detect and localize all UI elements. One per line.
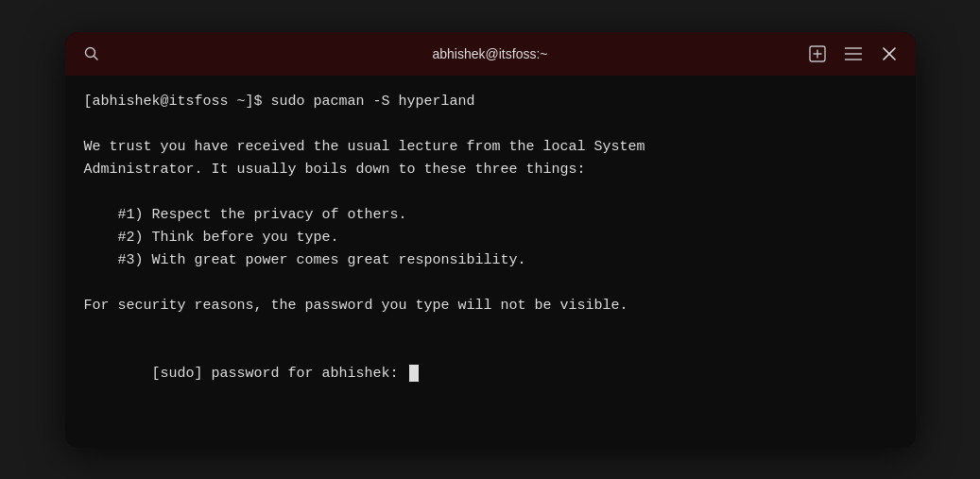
- blank-line-2: [84, 181, 897, 204]
- terminal-line-6: #1) Respect the privacy of others.: [84, 204, 897, 227]
- titlebar-controls: [806, 43, 901, 65]
- titlebar-left: [80, 43, 103, 65]
- terminal-line-1: [abhishek@itsfoss ~]$ sudo pacman -S hyp…: [84, 91, 897, 113]
- close-button[interactable]: [878, 43, 901, 65]
- terminal-body[interactable]: [abhishek@itsfoss ~]$ sudo pacman -S hyp…: [65, 76, 916, 448]
- svg-line-1: [94, 56, 97, 60]
- password-prompt: [sudo] password for abhishek:: [152, 366, 407, 382]
- terminal-line-12: [sudo] password for abhishek:: [84, 340, 897, 408]
- blank-line-1: [84, 113, 897, 136]
- terminal-line-10: For security reasons, the password you t…: [84, 295, 897, 317]
- search-icon[interactable]: [80, 43, 103, 65]
- new-tab-button[interactable]: [806, 43, 829, 65]
- terminal-window: abhishek@itsfoss:~: [65, 32, 916, 448]
- terminal-line-3: We trust you have received the usual lec…: [84, 136, 897, 159]
- titlebar: abhishek@itsfoss:~: [65, 32, 916, 76]
- blank-line-3: [84, 272, 897, 295]
- menu-button[interactable]: [842, 43, 865, 65]
- terminal-line-4: Administrator. It usually boils down to …: [84, 159, 897, 181]
- terminal-line-7: #2) Think before you type.: [84, 227, 897, 249]
- terminal-cursor: [409, 365, 419, 382]
- titlebar-title: abhishek@itsfoss:~: [433, 46, 548, 61]
- blank-line-4: [84, 317, 897, 340]
- terminal-line-8: #3) With great power comes great respons…: [84, 249, 897, 272]
